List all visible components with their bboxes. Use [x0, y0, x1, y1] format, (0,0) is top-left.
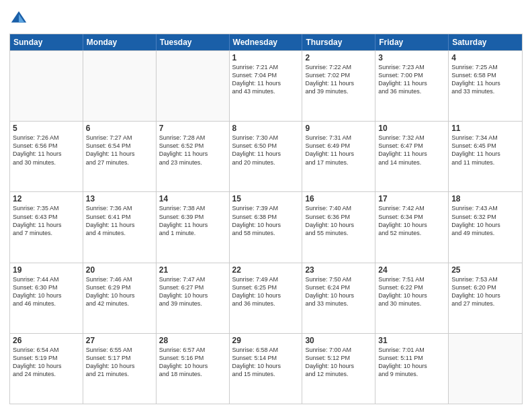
calendar-cell-4-1: 27Sunrise: 6:55 AM Sunset: 5:17 PM Dayli… — [83, 334, 157, 404]
day-number: 29 — [232, 336, 300, 345]
calendar-cell-0-1 — [83, 51, 157, 121]
calendar-cell-3-0: 19Sunrise: 7:44 AM Sunset: 6:30 PM Dayli… — [10, 263, 83, 333]
cell-info: Sunrise: 7:22 AM Sunset: 7:02 PM Dayligh… — [305, 63, 372, 96]
calendar-cell-1-4: 9Sunrise: 7:31 AM Sunset: 6:49 PM Daylig… — [302, 122, 375, 191]
calendar-row-0: 1Sunrise: 7:21 AM Sunset: 7:04 PM Daylig… — [10, 50, 522, 121]
day-number: 27 — [86, 336, 153, 345]
cell-info: Sunrise: 7:51 AM Sunset: 6:22 PM Dayligh… — [378, 275, 445, 308]
cell-info: Sunrise: 7:26 AM Sunset: 6:56 PM Dayligh… — [13, 134, 80, 167]
calendar-cell-0-3: 1Sunrise: 7:21 AM Sunset: 7:04 PM Daylig… — [230, 51, 303, 121]
cell-info: Sunrise: 7:44 AM Sunset: 6:30 PM Dayligh… — [13, 275, 80, 308]
calendar-cell-2-5: 17Sunrise: 7:42 AM Sunset: 6:34 PM Dayli… — [375, 192, 449, 262]
day-number: 16 — [305, 194, 372, 203]
day-number: 2 — [305, 53, 372, 62]
cell-info: Sunrise: 7:00 AM Sunset: 5:12 PM Dayligh… — [305, 346, 372, 379]
day-number: 5 — [13, 124, 80, 133]
day-number: 3 — [378, 53, 445, 62]
calendar-cell-1-6: 11Sunrise: 7:34 AM Sunset: 6:45 PM Dayli… — [449, 122, 522, 191]
cell-info: Sunrise: 7:49 AM Sunset: 6:25 PM Dayligh… — [232, 275, 300, 308]
calendar-row-4: 26Sunrise: 6:54 AM Sunset: 5:19 PM Dayli… — [10, 333, 522, 404]
day-number: 13 — [86, 194, 153, 203]
header-day-friday: Friday — [375, 34, 449, 50]
calendar-cell-1-0: 5Sunrise: 7:26 AM Sunset: 6:56 PM Daylig… — [10, 122, 83, 191]
day-number: 23 — [305, 265, 372, 275]
header-day-saturday: Saturday — [449, 34, 522, 50]
day-number: 14 — [159, 194, 226, 203]
cell-info: Sunrise: 6:54 AM Sunset: 5:19 PM Dayligh… — [13, 346, 80, 379]
cell-info: Sunrise: 7:28 AM Sunset: 6:52 PM Dayligh… — [159, 134, 226, 167]
calendar-cell-2-0: 12Sunrise: 7:35 AM Sunset: 6:43 PM Dayli… — [10, 192, 83, 262]
day-number: 11 — [451, 124, 519, 133]
calendar-cell-3-5: 24Sunrise: 7:51 AM Sunset: 6:22 PM Dayli… — [375, 263, 449, 333]
cell-info: Sunrise: 7:53 AM Sunset: 6:20 PM Dayligh… — [451, 275, 519, 308]
calendar-cell-2-1: 13Sunrise: 7:36 AM Sunset: 6:41 PM Dayli… — [83, 192, 157, 262]
cell-info: Sunrise: 7:23 AM Sunset: 7:00 PM Dayligh… — [378, 63, 445, 96]
day-number: 28 — [159, 336, 226, 345]
calendar-cell-1-1: 6Sunrise: 7:27 AM Sunset: 6:54 PM Daylig… — [83, 122, 157, 191]
cell-info: Sunrise: 7:47 AM Sunset: 6:27 PM Dayligh… — [159, 275, 226, 308]
calendar-cell-1-5: 10Sunrise: 7:32 AM Sunset: 6:47 PM Dayli… — [375, 122, 449, 191]
cell-info: Sunrise: 7:40 AM Sunset: 6:36 PM Dayligh… — [305, 204, 372, 237]
day-number: 18 — [451, 194, 519, 203]
day-number: 15 — [232, 194, 300, 203]
calendar-cell-4-6 — [449, 334, 522, 404]
header-day-wednesday: Wednesday — [230, 34, 303, 50]
calendar-row-1: 5Sunrise: 7:26 AM Sunset: 6:56 PM Daylig… — [10, 121, 522, 191]
logo — [9, 9, 31, 28]
cell-info: Sunrise: 7:43 AM Sunset: 6:32 PM Dayligh… — [451, 204, 519, 237]
calendar-row-2: 12Sunrise: 7:35 AM Sunset: 6:43 PM Dayli… — [10, 191, 522, 262]
cell-info: Sunrise: 7:50 AM Sunset: 6:24 PM Dayligh… — [305, 275, 372, 308]
day-number: 20 — [86, 265, 153, 275]
calendar-cell-2-3: 15Sunrise: 7:39 AM Sunset: 6:38 PM Dayli… — [230, 192, 303, 262]
day-number: 1 — [232, 53, 300, 62]
calendar-body: 1Sunrise: 7:21 AM Sunset: 7:04 PM Daylig… — [10, 50, 522, 404]
cell-info: Sunrise: 7:25 AM Sunset: 6:58 PM Dayligh… — [451, 63, 519, 96]
calendar-cell-0-6: 4Sunrise: 7:25 AM Sunset: 6:58 PM Daylig… — [449, 51, 522, 121]
calendar-cell-3-2: 21Sunrise: 7:47 AM Sunset: 6:27 PM Dayli… — [157, 263, 230, 333]
cell-info: Sunrise: 7:21 AM Sunset: 7:04 PM Dayligh… — [232, 63, 300, 96]
cell-info: Sunrise: 7:27 AM Sunset: 6:54 PM Dayligh… — [86, 134, 153, 167]
cell-info: Sunrise: 7:42 AM Sunset: 6:34 PM Dayligh… — [378, 204, 445, 237]
day-number: 31 — [378, 336, 445, 345]
day-number: 25 — [451, 265, 519, 275]
calendar-cell-4-5: 31Sunrise: 7:01 AM Sunset: 5:11 PM Dayli… — [375, 334, 449, 404]
calendar-cell-2-4: 16Sunrise: 7:40 AM Sunset: 6:36 PM Dayli… — [302, 192, 375, 262]
day-number: 21 — [159, 265, 226, 275]
cell-info: Sunrise: 7:38 AM Sunset: 6:39 PM Dayligh… — [159, 204, 226, 237]
header — [9, 7, 523, 28]
calendar-cell-4-2: 28Sunrise: 6:57 AM Sunset: 5:16 PM Dayli… — [157, 334, 230, 404]
day-number: 7 — [159, 124, 226, 133]
header-day-tuesday: Tuesday — [157, 34, 230, 50]
cell-info: Sunrise: 6:55 AM Sunset: 5:17 PM Dayligh… — [86, 346, 153, 379]
cell-info: Sunrise: 7:46 AM Sunset: 6:29 PM Dayligh… — [86, 275, 153, 308]
day-number: 30 — [305, 336, 372, 345]
calendar-cell-3-6: 25Sunrise: 7:53 AM Sunset: 6:20 PM Dayli… — [449, 263, 522, 333]
calendar-cell-3-4: 23Sunrise: 7:50 AM Sunset: 6:24 PM Dayli… — [302, 263, 375, 333]
cell-info: Sunrise: 7:35 AM Sunset: 6:43 PM Dayligh… — [13, 204, 80, 237]
day-number: 19 — [13, 265, 80, 275]
calendar-cell-3-1: 20Sunrise: 7:46 AM Sunset: 6:29 PM Dayli… — [83, 263, 157, 333]
calendar-cell-4-4: 30Sunrise: 7:00 AM Sunset: 5:12 PM Dayli… — [302, 334, 375, 404]
calendar-cell-1-3: 8Sunrise: 7:30 AM Sunset: 6:50 PM Daylig… — [230, 122, 303, 191]
cell-info: Sunrise: 7:36 AM Sunset: 6:41 PM Dayligh… — [86, 204, 153, 237]
logo-icon — [9, 9, 28, 28]
day-number: 24 — [378, 265, 445, 275]
calendar-cell-4-3: 29Sunrise: 6:58 AM Sunset: 5:14 PM Dayli… — [230, 334, 303, 404]
header-day-thursday: Thursday — [302, 34, 375, 50]
calendar-cell-0-5: 3Sunrise: 7:23 AM Sunset: 7:00 PM Daylig… — [375, 51, 449, 121]
cell-info: Sunrise: 7:01 AM Sunset: 5:11 PM Dayligh… — [378, 346, 445, 379]
day-number: 22 — [232, 265, 300, 275]
calendar: SundayMondayTuesdayWednesdayThursdayFrid… — [9, 34, 523, 404]
cell-info: Sunrise: 6:57 AM Sunset: 5:16 PM Dayligh… — [159, 346, 226, 379]
calendar-cell-0-0 — [10, 51, 83, 121]
cell-info: Sunrise: 7:34 AM Sunset: 6:45 PM Dayligh… — [451, 134, 519, 167]
day-number: 12 — [13, 194, 80, 203]
calendar-cell-2-6: 18Sunrise: 7:43 AM Sunset: 6:32 PM Dayli… — [449, 192, 522, 262]
day-number: 17 — [378, 194, 445, 203]
calendar-cell-3-3: 22Sunrise: 7:49 AM Sunset: 6:25 PM Dayli… — [230, 263, 303, 333]
day-number: 4 — [451, 53, 519, 62]
header-day-monday: Monday — [83, 34, 157, 50]
day-number: 10 — [378, 124, 445, 133]
day-number: 26 — [13, 336, 80, 345]
calendar-header-row: SundayMondayTuesdayWednesdayThursdayFrid… — [10, 34, 522, 50]
